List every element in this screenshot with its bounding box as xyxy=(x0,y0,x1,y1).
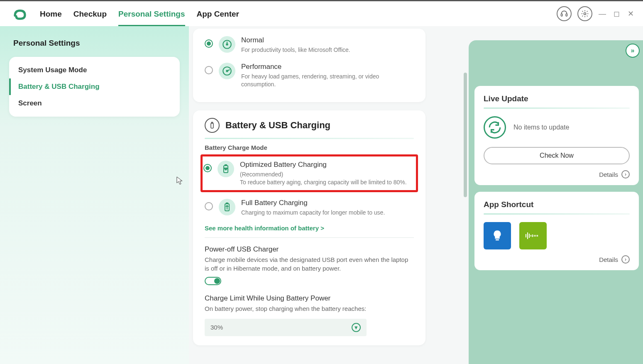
charge-limit-value: 30% xyxy=(210,324,223,331)
sidebar-menu: System Usage Mode Battery & USB Charging… xyxy=(9,57,180,117)
radio-normal[interactable] xyxy=(205,39,213,48)
live-update-card: Live Update No items to update Check Now… xyxy=(474,86,639,185)
top-nav: Home Checkup Personal Settings App Cente… xyxy=(40,2,239,25)
svg-rect-15 xyxy=(527,232,528,239)
usb-charger-toggle[interactable] xyxy=(205,277,221,285)
window-close[interactable]: ✕ xyxy=(626,10,635,18)
content-area: Personal Settings System Usage Mode Batt… xyxy=(0,26,643,364)
sidebar-title: Personal Settings xyxy=(13,39,180,48)
divider xyxy=(205,138,414,139)
charge-limit-desc: On battery power, stop charging when the… xyxy=(205,304,414,313)
chevron-right-icon: › xyxy=(621,170,630,178)
titlebar: Home Checkup Personal Settings App Cente… xyxy=(0,0,643,26)
collapse-right-panel[interactable]: » xyxy=(626,44,640,58)
right-column: » Live Update No items to update Check N… xyxy=(469,40,643,364)
window-maximize[interactable]: ◻ xyxy=(612,10,621,18)
battery-health-link[interactable]: See more health information of battery > xyxy=(205,225,414,232)
app-shortcut-card: App Shortcut Details › xyxy=(474,192,639,270)
sidebar-item-screen[interactable]: Screen xyxy=(9,95,180,112)
option-optimized-title: Optimized Battery Charging xyxy=(240,161,413,169)
option-optimized[interactable]: Optimized Battery Charging (Recommended)… xyxy=(203,159,413,188)
radio-full[interactable] xyxy=(205,202,213,210)
svg-rect-10 xyxy=(225,165,227,166)
option-performance-title: Performance xyxy=(241,63,414,71)
svg-rect-0 xyxy=(561,14,562,16)
window-minimize[interactable]: — xyxy=(598,10,606,18)
gauge-fast-icon xyxy=(219,63,235,79)
option-full-title: Full Battery Charging xyxy=(241,199,414,207)
battery-section-title: Battery & USB Charging xyxy=(225,120,330,131)
shortcut-tips[interactable] xyxy=(484,222,511,249)
radio-optimized[interactable] xyxy=(203,164,212,172)
svg-rect-20 xyxy=(535,235,536,237)
option-performance-desc: For heavy load games, rendering, streami… xyxy=(241,73,414,89)
svg-rect-17 xyxy=(531,235,531,237)
app-logo xyxy=(12,6,27,21)
gauge-icon xyxy=(219,36,235,53)
option-normal[interactable]: Normal For productivity tools, like Micr… xyxy=(205,32,414,59)
option-optimized-rec: (Recommended) xyxy=(240,171,283,178)
highlighted-option: Optimized Battery Charging (Recommended)… xyxy=(200,154,418,192)
svg-rect-19 xyxy=(534,235,535,237)
usage-mode-card-partial: Normal For productivity tools, like Micr… xyxy=(193,29,425,102)
option-normal-desc: For productivity tools, like Microsoft O… xyxy=(241,46,414,54)
nav-checkup[interactable]: Checkup xyxy=(73,2,107,25)
nav-app-center[interactable]: App Center xyxy=(197,2,239,25)
option-full[interactable]: Full Battery Charging Charging to maximu… xyxy=(205,195,414,221)
radio-performance[interactable] xyxy=(205,66,213,74)
live-update-status: No items to update xyxy=(513,123,569,132)
svg-rect-1 xyxy=(566,14,567,16)
charge-limit-dropdown[interactable]: 30% ▾ xyxy=(205,319,367,336)
shortcut-audio[interactable] xyxy=(519,222,547,249)
details-label: Details xyxy=(599,171,618,178)
support-icon[interactable] xyxy=(557,6,572,21)
refresh-icon xyxy=(484,116,506,139)
chevron-right-icon: › xyxy=(621,255,630,264)
battery-card: Battery & USB Charging Battery Charge Mo… xyxy=(193,110,425,345)
battery-full-icon xyxy=(219,199,235,215)
usb-charger-title: Power-off USB Charger xyxy=(205,245,414,254)
divider xyxy=(484,107,630,109)
svg-rect-12 xyxy=(226,203,228,204)
svg-point-6 xyxy=(226,70,227,71)
option-normal-title: Normal xyxy=(241,36,414,44)
svg-rect-13 xyxy=(496,239,499,241)
scrollbar[interactable] xyxy=(464,73,467,197)
live-update-details-link[interactable]: Details › xyxy=(484,170,630,178)
sidebar: Personal Settings System Usage Mode Batt… xyxy=(0,26,189,364)
main-panel: Normal For productivity tools, like Micr… xyxy=(189,26,469,364)
svg-rect-21 xyxy=(537,235,538,237)
check-now-button[interactable]: Check Now xyxy=(484,147,630,164)
svg-point-4 xyxy=(226,44,227,45)
svg-rect-18 xyxy=(532,235,533,237)
divider xyxy=(484,213,630,215)
battery-mode-label: Battery Charge Mode xyxy=(205,144,414,151)
svg-rect-8 xyxy=(212,122,213,123)
nav-home[interactable]: Home xyxy=(40,2,62,25)
svg-point-2 xyxy=(584,13,586,15)
mouse-cursor xyxy=(176,176,183,186)
titlebar-right: — ◻ ✕ xyxy=(557,6,635,21)
chevron-down-icon: ▾ xyxy=(352,323,361,332)
live-update-title: Live Update xyxy=(484,94,630,103)
option-optimized-desc: To reduce battery aging, charging capaci… xyxy=(240,179,407,186)
usb-charger-desc: Charge mobile devices via the designated… xyxy=(205,255,414,273)
svg-rect-14 xyxy=(526,234,526,237)
svg-rect-7 xyxy=(211,123,213,128)
svg-rect-16 xyxy=(529,234,530,238)
battery-section-icon xyxy=(205,118,220,133)
charge-limit-title: Charge Limit While Using Battery Power xyxy=(205,294,414,303)
battery-heart-icon xyxy=(218,161,234,177)
settings-icon[interactable] xyxy=(577,6,592,21)
option-performance[interactable]: Performance For heavy load games, render… xyxy=(205,59,414,93)
option-full-desc: Charging to maximum capacity for longer … xyxy=(241,209,414,217)
sidebar-item-battery[interactable]: Battery & USB Charging xyxy=(9,78,180,95)
sidebar-item-system-usage[interactable]: System Usage Mode xyxy=(9,62,180,78)
details-label: Details xyxy=(599,256,618,263)
separator xyxy=(205,237,414,238)
app-shortcut-title: App Shortcut xyxy=(484,200,630,209)
nav-personal-settings[interactable]: Personal Settings xyxy=(118,2,185,25)
app-shortcut-details-link[interactable]: Details › xyxy=(484,255,630,264)
